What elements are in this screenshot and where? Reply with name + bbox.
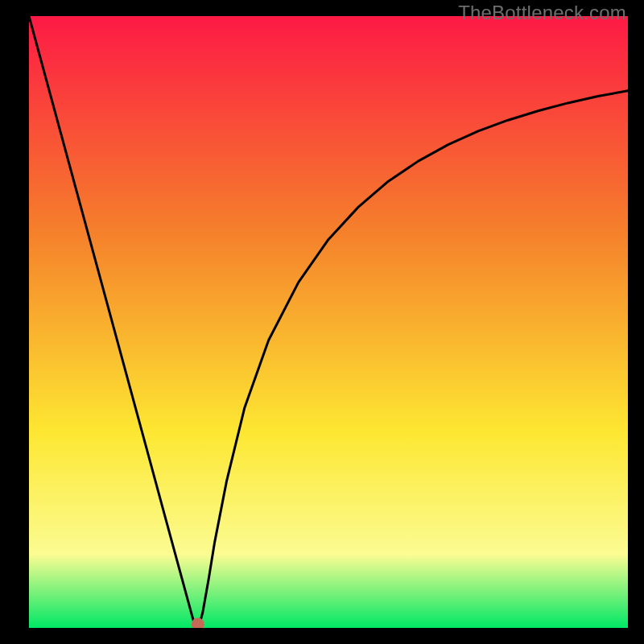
- chart-stage: TheBottleneck.com: [0, 0, 644, 644]
- plot-frame: [29, 16, 628, 628]
- gradient-background: [29, 16, 628, 628]
- watermark-text: TheBottleneck.com: [458, 2, 626, 24]
- bottleneck-plot: [29, 16, 628, 628]
